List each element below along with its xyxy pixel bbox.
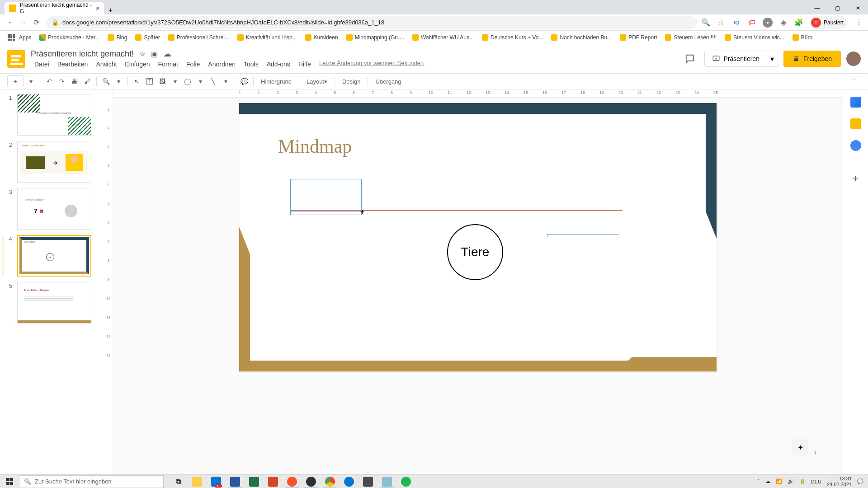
user-avatar[interactable] [846, 52, 861, 66]
bookmark-item[interactable]: Kursideen [302, 34, 341, 41]
url-input[interactable]: 🔒 docs.google.com/presentation/d/1yV372S… [46, 16, 698, 29]
taskbar-search[interactable]: 🔍 Zur Suche Text hier eingeben [19, 475, 164, 488]
slide-thumbnail-5[interactable]: 5 Erste Folie – Beispiel [9, 282, 95, 324]
calendar-addon-icon[interactable] [850, 97, 861, 108]
last-edit-link[interactable]: Letzte Änderung vor wenigen Sekunden [319, 60, 424, 69]
layout-button[interactable]: Layout ▾ [302, 75, 332, 88]
browser-tab[interactable]: Präsentieren leicht gemacht! - G × [5, 2, 104, 14]
edge-app-button[interactable] [340, 475, 358, 488]
background-button[interactable]: Hintergrund [256, 75, 296, 88]
obs-app-button[interactable] [302, 475, 320, 488]
new-tab-button[interactable]: + [104, 6, 117, 14]
bookmark-item[interactable]: Mindmapping (Gru... [343, 34, 407, 41]
share-button[interactable]: Freigeben [783, 51, 841, 67]
start-button[interactable] [0, 475, 19, 488]
star-icon[interactable]: ☆ [139, 50, 146, 58]
explore-button[interactable]: ✦ [792, 439, 808, 455]
slide-thumbnail-4[interactable]: 4 Mindmap ⊝ [9, 235, 95, 277]
file-explorer-button[interactable] [188, 475, 206, 488]
tray-language[interactable]: DEU [811, 479, 821, 484]
paint-format-button[interactable]: 🖌 [81, 75, 94, 88]
star-icon[interactable]: ☆ [717, 18, 726, 27]
bookmark-item[interactable]: Deutsche Kurs + Vo... [479, 34, 546, 41]
menu-insert[interactable]: Einfügen [121, 60, 153, 69]
line-dropdown[interactable]: ▾ [219, 75, 232, 88]
chrome-app-button[interactable] [321, 475, 339, 488]
window-maximize-button[interactable]: ▢ [827, 2, 848, 14]
bookmark-item[interactable]: Produktsuche - Mer... [36, 34, 103, 41]
menu-addons[interactable]: Add-ons [263, 60, 294, 69]
tray-battery-icon[interactable]: 🔋 [799, 479, 806, 484]
print-button[interactable]: 🖶 [68, 75, 81, 88]
keep-addon-icon[interactable] [850, 118, 861, 129]
window-close-button[interactable]: ✕ [848, 2, 868, 14]
comments-button[interactable] [681, 50, 699, 68]
menu-arrange[interactable]: Anordnen [204, 60, 239, 69]
extension-tag-icon[interactable]: 🏷 [747, 18, 756, 27]
zoom-button[interactable]: 🔍 [99, 75, 112, 88]
bookmark-item[interactable]: Büro [789, 34, 816, 41]
cloud-saved-icon[interactable]: ☁ [163, 49, 171, 59]
transition-button[interactable]: Übergang [371, 75, 406, 88]
reload-button[interactable]: ⟳ [30, 16, 42, 29]
shape-outline[interactable] [547, 234, 619, 237]
bookmark-item[interactable]: Professionell Schrei... [165, 34, 232, 41]
bookmark-item[interactable]: Wahlfächer WU Aus... [409, 34, 477, 41]
extension-iq-icon[interactable]: IQ [732, 18, 741, 27]
mail-app-button[interactable]: 99+ [207, 475, 225, 488]
image-dropdown[interactable]: ▾ [169, 75, 181, 88]
slide-thumbnail-3[interactable]: 3 Formen einfügen 7 ✖ [9, 188, 95, 230]
back-button[interactable]: ← [5, 16, 17, 29]
tray-wifi-icon[interactable]: 📶 [776, 479, 782, 484]
tray-clock[interactable]: 13:31 24.02.2021 [827, 476, 852, 487]
bookmark-item[interactable]: Später [132, 34, 163, 41]
tray-onedrive-icon[interactable]: ☁ [765, 479, 770, 484]
present-button[interactable]: Präsentieren [704, 51, 767, 67]
comment-tool[interactable]: 💬 [238, 75, 250, 88]
add-addon-button[interactable]: + [853, 173, 859, 185]
select-tool[interactable]: ↖ [131, 75, 143, 88]
shape-dropdown[interactable]: ▾ [194, 75, 207, 88]
mindmap-circle[interactable]: Tiere [447, 224, 503, 280]
design-button[interactable]: Design [338, 75, 365, 88]
tray-notifications-icon[interactable]: 💬 [857, 479, 863, 484]
menu-slide[interactable]: Folie [183, 60, 203, 69]
slide-title[interactable]: Mindmap [278, 136, 352, 157]
shape-tool[interactable]: ◯ [181, 75, 194, 88]
powerpoint-app-button[interactable] [264, 475, 282, 488]
menu-view[interactable]: Ansicht [92, 60, 120, 69]
extension-shield-icon[interactable]: ◈ [779, 18, 788, 27]
zoom-icon[interactable]: 🔍 [701, 18, 710, 27]
filmstrip[interactable]: 1 Präsentieren leicht gemacht! 2 Bilder … [0, 89, 104, 474]
notepad-app-button[interactable] [378, 475, 396, 488]
menu-dots-icon[interactable]: ⋮ [854, 18, 863, 27]
menu-edit[interactable]: Bearbeiten [54, 60, 92, 69]
bookmark-item[interactable]: Steuern Lesen !!!! [662, 34, 720, 41]
app-button[interactable] [359, 475, 377, 488]
canvas-scroll[interactable]: Mindmap Tiere + [113, 98, 843, 474]
slide-thumbnail-2[interactable]: 2 Bilder und Grafiken ➜ [9, 141, 95, 183]
next-panel-arrow[interactable]: › [814, 448, 816, 456]
close-tab-icon[interactable]: × [96, 5, 99, 12]
apps-button[interactable]: Apps [5, 34, 34, 41]
zoom-dropdown[interactable]: ▾ [112, 75, 125, 88]
menu-file[interactable]: Datei [31, 60, 53, 69]
brave-app-button[interactable] [283, 475, 301, 488]
tasks-addon-icon[interactable] [850, 140, 861, 151]
menu-format[interactable]: Format [155, 60, 182, 69]
drawing-shape-in-progress[interactable] [290, 179, 362, 211]
bookmark-item[interactable]: Steuern Videos wic... [722, 34, 788, 41]
image-tool[interactable]: 🖼 [156, 75, 169, 88]
tray-volume-icon[interactable]: 🔊 [788, 479, 794, 484]
slides-logo[interactable] [7, 50, 25, 68]
bookmark-item[interactable]: Noch hochladen Bu... [548, 34, 615, 41]
profile-chip[interactable]: T Pausiert [810, 16, 848, 29]
word-app-button[interactable] [226, 475, 244, 488]
collapse-toolbar-button[interactable]: ˆ [848, 75, 861, 88]
redo-button[interactable]: ↷ [56, 75, 68, 88]
textbox-tool[interactable]: 🅃 [143, 75, 156, 88]
extensions-puzzle-icon[interactable]: 🧩 [794, 18, 803, 27]
window-minimize-button[interactable]: — [807, 2, 827, 14]
new-slide-dropdown[interactable]: ▾ [24, 75, 37, 88]
new-slide-button[interactable]: + [7, 75, 24, 87]
